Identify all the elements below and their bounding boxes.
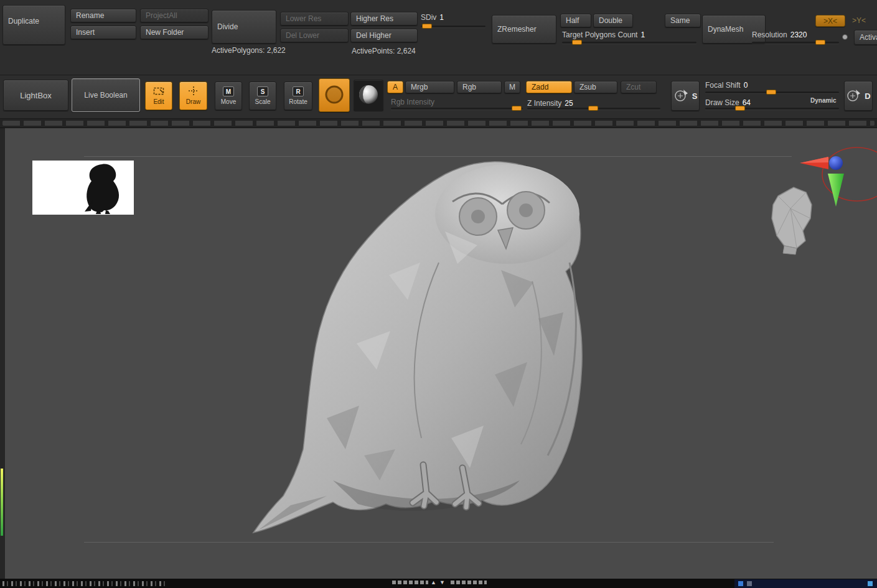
target-polygons-slider-handle[interactable] bbox=[572, 40, 582, 45]
focal-shift-slider-label: Focal Shift0 bbox=[705, 81, 748, 90]
rename-label: Rename bbox=[76, 11, 104, 20]
zsub-button[interactable]: Zsub bbox=[574, 81, 617, 93]
smooth-badge-letter: S bbox=[692, 91, 698, 101]
zadd-label: Zadd bbox=[532, 83, 548, 91]
duplicate-button[interactable]: Duplicate bbox=[2, 5, 65, 45]
activate-button-clipped[interactable]: Activa bbox=[854, 30, 877, 45]
zadd-button[interactable]: Zadd bbox=[526, 81, 572, 93]
del-higher-button[interactable]: Del Higher bbox=[350, 29, 418, 42]
target-polygons-slider[interactable] bbox=[562, 42, 696, 44]
divider-down-arrow[interactable]: ▼ bbox=[439, 579, 445, 586]
lower-res-label: Lower Res bbox=[286, 14, 321, 23]
scale-button[interactable]: S Scale bbox=[249, 82, 276, 110]
z-intensity-slider[interactable] bbox=[527, 108, 660, 110]
resolution-slider[interactable] bbox=[752, 42, 839, 44]
tray-tab-strip[interactable] bbox=[0, 118, 877, 128]
left-rail-color-strip[interactable] bbox=[1, 469, 3, 536]
zcut-label: Zcut bbox=[626, 83, 640, 91]
sdiv-slider-label: SDiv1 bbox=[421, 13, 444, 22]
gizmo-center-sphere[interactable] bbox=[829, 156, 843, 170]
m-label: M bbox=[509, 83, 515, 91]
rotate-label: Rotate bbox=[289, 98, 307, 105]
gizmo-x-axis-cone-highlight bbox=[800, 157, 828, 163]
focal-shift-label-text: Focal Shift bbox=[705, 81, 741, 90]
zsub-label: Zsub bbox=[579, 83, 596, 91]
new-folder-button[interactable]: New Folder bbox=[140, 26, 209, 39]
rgb-intensity-slider[interactable] bbox=[391, 108, 523, 110]
focal-shift-slider-handle[interactable] bbox=[766, 90, 776, 95]
live-boolean-button[interactable]: Live Boolean bbox=[72, 78, 140, 112]
double-button[interactable]: Double bbox=[593, 14, 633, 27]
divider-grip-right[interactable] bbox=[451, 581, 487, 584]
rotate-gizmo-icon: R bbox=[293, 86, 304, 96]
dynamic-mode-label[interactable]: Dynamic bbox=[810, 97, 837, 104]
new-folder-label: New Folder bbox=[146, 28, 184, 37]
move-gizmo-icon: M bbox=[223, 86, 234, 96]
owl-reference-image[interactable] bbox=[32, 161, 134, 215]
lower-res-button[interactable]: Lower Res bbox=[280, 12, 349, 26]
project-all-button[interactable]: ProjectAll bbox=[140, 9, 209, 22]
zcut-button[interactable]: Zcut bbox=[621, 81, 657, 93]
rename-button[interactable]: Rename bbox=[70, 9, 136, 22]
stroke-thumbnail[interactable] bbox=[354, 80, 383, 111]
gizmo-y-axis-cone[interactable] bbox=[828, 174, 844, 207]
move-button[interactable]: M Move bbox=[215, 82, 242, 110]
dynamesh-label: DynaMesh bbox=[708, 25, 743, 34]
z-intensity-value: 25 bbox=[565, 99, 573, 108]
divider-grip-left[interactable] bbox=[392, 581, 428, 584]
active-polygons-label: ActivePolygons: 2,622 bbox=[212, 46, 286, 55]
brush-thumbnail[interactable] bbox=[319, 78, 350, 112]
divider-up-arrow[interactable]: ▲ bbox=[431, 579, 436, 586]
dynamic-draw-size-button[interactable]: D bbox=[844, 81, 873, 111]
taskbar-fragment bbox=[734, 579, 877, 588]
resolution-value: 2320 bbox=[790, 30, 807, 39]
smooth-brush-modifier-button[interactable]: S bbox=[671, 81, 700, 111]
target-polygons-value: 1 bbox=[640, 30, 645, 39]
mirror-y-button[interactable]: >Y< bbox=[852, 16, 866, 25]
taskbar-icon-blue bbox=[738, 581, 743, 586]
lightbox-button[interactable]: LightBox bbox=[3, 80, 68, 111]
rgb-button[interactable]: Rgb bbox=[457, 81, 502, 93]
higher-res-label: Higher Res bbox=[356, 14, 393, 23]
owl-sculpt-mesh[interactable] bbox=[233, 157, 588, 539]
draw-button[interactable]: Draw bbox=[179, 82, 207, 110]
half-button[interactable]: Half bbox=[560, 14, 591, 27]
zremesher-button[interactable]: ZRemesher bbox=[492, 15, 556, 44]
higher-res-button[interactable]: Higher Res bbox=[350, 12, 418, 26]
sdiv-label-text: SDiv bbox=[421, 13, 436, 22]
bottom-status-text-fragment bbox=[2, 581, 167, 586]
sdiv-slider-handle[interactable] bbox=[422, 24, 432, 29]
tray-tab-segments[interactable] bbox=[2, 121, 875, 126]
same-button[interactable]: Same bbox=[665, 14, 701, 27]
rgb-intensity-slider-label: Rgb Intensity bbox=[391, 98, 434, 106]
stroke-sphere-icon bbox=[357, 83, 380, 108]
edit-button[interactable]: Edit bbox=[145, 82, 172, 110]
z-intensity-label-text: Z Intensity bbox=[527, 99, 561, 108]
focal-shift-slider[interactable] bbox=[705, 91, 839, 93]
head-mesh-preview[interactable] bbox=[759, 184, 815, 255]
rgb-intensity-slider-handle[interactable] bbox=[512, 106, 522, 111]
draw-size-slider[interactable] bbox=[705, 108, 839, 110]
draw-crosshair-icon bbox=[189, 86, 199, 96]
mirror-x-button[interactable]: >X< bbox=[815, 15, 845, 27]
rotate-button[interactable]: R Rotate bbox=[284, 82, 312, 110]
project-all-label: ProjectAll bbox=[146, 11, 177, 20]
toolbar-divider bbox=[0, 75, 877, 75]
del-lower-button[interactable]: Del Lower bbox=[280, 29, 349, 42]
mrgb-button[interactable]: Mrgb bbox=[405, 81, 454, 93]
active-points-label: ActivePoints: 2,624 bbox=[352, 47, 416, 55]
divide-button[interactable]: Divide bbox=[212, 10, 276, 44]
resolution-indicator-dot[interactable] bbox=[842, 34, 848, 40]
mrgb-a-toggle[interactable]: A bbox=[387, 81, 403, 93]
brush-sphere-icon bbox=[322, 83, 346, 108]
m-button[interactable]: M bbox=[504, 81, 520, 93]
smooth-brush-icon bbox=[673, 87, 690, 105]
focal-shift-value: 0 bbox=[744, 81, 748, 90]
sdiv-slider[interactable] bbox=[421, 26, 485, 27]
insert-button[interactable]: Insert bbox=[70, 26, 136, 39]
draw-size-slider-handle[interactable] bbox=[735, 106, 745, 111]
resolution-slider-handle[interactable] bbox=[815, 40, 825, 45]
dynamesh-button[interactable]: DynaMesh bbox=[702, 15, 766, 44]
z-intensity-slider-handle[interactable] bbox=[588, 106, 598, 111]
edit-label: Edit bbox=[153, 98, 164, 105]
